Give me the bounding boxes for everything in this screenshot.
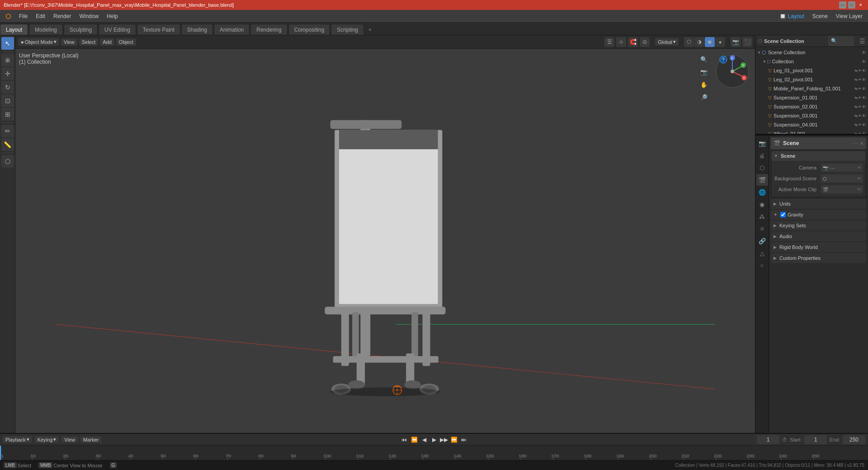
keying-sets-section[interactable]: ▶ Keying Sets	[771, 221, 866, 230]
menu-window[interactable]: Window	[75, 11, 102, 21]
tool-scale[interactable]: ⊡	[1, 94, 14, 107]
gravity-section[interactable]: ▼ Gravity	[771, 210, 866, 220]
zoom-in-button[interactable]: 🔍	[698, 53, 710, 65]
prop-output-tab[interactable]: 🖨	[756, 150, 768, 161]
camera-field[interactable]: 📷 --- ✏	[821, 164, 863, 172]
prop-world-tab[interactable]: 🌐	[756, 186, 768, 198]
audio-section[interactable]: ▶ Audio	[771, 231, 866, 241]
scene-props-close[interactable]: ✕	[860, 141, 863, 146]
shading-material[interactable]: ◉	[705, 37, 715, 47]
collection-eye[interactable]: 👁	[862, 59, 866, 64]
tool-move[interactable]: ✛	[1, 67, 14, 80]
tool-cursor[interactable]: ⊕	[1, 54, 14, 66]
tool-annotate[interactable]: ✏	[1, 125, 14, 137]
tool-transform[interactable]: ⊞	[1, 108, 14, 121]
render-region-icon[interactable]: ⬛	[742, 37, 752, 47]
play-button[interactable]: ▶	[429, 435, 439, 444]
playback-menu[interactable]: Playback ▾	[3, 436, 32, 443]
search-button[interactable]: 🔎	[698, 91, 710, 103]
jump-next-keyframe-button[interactable]: ⏩	[449, 435, 458, 444]
blender-logo[interactable]: ⬡	[2, 11, 14, 21]
outliner-item-leg01[interactable]: ▽ Leg_01_pivot.001 ⇆ ✦ 👁	[755, 66, 868, 75]
tool-rotate[interactable]: ↻	[1, 81, 14, 94]
prop-particles-tab[interactable]: ⁂	[756, 211, 768, 222]
outliner-search[interactable]: 🔍	[828, 36, 854, 46]
outliner-item-leg02[interactable]: ▽ Leg_02_pivot.001 ⇆ ✦ 👁	[755, 75, 868, 84]
layout-dropdown[interactable]: 🔲Layout	[776, 11, 808, 21]
minimize-button[interactable]: —	[839, 1, 846, 9]
tab-uv-editing[interactable]: UV Editing	[99, 24, 136, 35]
outliner-item-susp04[interactable]: ▽ Suspension_04.001 ⇆ ✦ 👁	[755, 120, 868, 129]
scene-props-options[interactable]: ⋯	[854, 141, 858, 146]
scene-collection-eye[interactable]: 👁	[862, 50, 866, 55]
prop-render-tab[interactable]: 📷	[756, 137, 768, 149]
shading-rendered[interactable]: ●	[715, 37, 725, 47]
prev-frame-button[interactable]: ◀	[420, 435, 429, 444]
viewport-overlays-icon[interactable]: ☰	[604, 37, 614, 47]
add-workspace-button[interactable]: +	[365, 25, 375, 35]
maximize-button[interactable]: □	[848, 1, 855, 9]
prop-physics-tab[interactable]: ⚛	[756, 223, 768, 235]
outliner-item-susp02[interactable]: ▽ Suspension_02.001 ⇆ ✦ 👁	[755, 102, 868, 111]
rigid-body-section[interactable]: ▶ Rigid Body World	[771, 242, 866, 252]
timeline-view-menu[interactable]: View	[61, 437, 78, 443]
end-frame-display[interactable]: 250	[843, 435, 865, 444]
prop-object-tab[interactable]: ◉	[756, 198, 768, 210]
scene-subsection-header[interactable]: ▼ Scene	[771, 151, 866, 161]
object-mode-dropdown[interactable]: ● Object Mode ▾	[18, 38, 59, 46]
menu-edit[interactable]: Edit	[32, 11, 49, 21]
outliner-scene-collection[interactable]: ▼ ⬡ Scene Collection 👁	[755, 48, 868, 57]
add-menu[interactable]: Add	[100, 38, 114, 46]
tab-texture-paint[interactable]: Texture Paint	[137, 24, 180, 35]
proportional-edit[interactable]: ⊙	[640, 37, 650, 47]
timeline-ruler[interactable]: 1 10 20 30 40 50 60 70 80 90 1	[0, 446, 868, 460]
next-frame-button[interactable]: ▶▶	[439, 435, 448, 444]
scene-camera-icon[interactable]: 📷	[731, 37, 741, 47]
prop-scene-tab[interactable]: 🎬	[756, 174, 768, 186]
start-frame-display[interactable]: 1	[804, 435, 827, 444]
global-local-dropdown[interactable]: Global ▾	[655, 38, 679, 46]
keying-menu[interactable]: Keying ▾	[35, 436, 59, 443]
view-layer-selector[interactable]: View Layer	[832, 11, 866, 21]
outliner-item-panel[interactable]: ▽ Mobile_Panel_Folding_01.001 ⇆ ✦ 👁	[755, 84, 868, 93]
tab-layout[interactable]: Layout	[0, 24, 28, 35]
outliner-filter-icon[interactable]: ☰	[859, 38, 865, 45]
tab-compositing[interactable]: Compositing	[288, 24, 330, 35]
jump-end-button[interactable]: ⏭	[459, 435, 468, 444]
prop-data-tab[interactable]: △	[756, 247, 768, 259]
3d-viewport[interactable]: User Perspective (Local) (1) Collection …	[15, 49, 755, 433]
custom-props-section[interactable]: ▶ Custom Properties	[771, 253, 866, 263]
tab-shading[interactable]: Shading	[181, 24, 213, 35]
tool-select-box[interactable]: ↖	[1, 37, 14, 50]
jump-start-button[interactable]: ⏮	[400, 435, 409, 444]
tool-measure[interactable]: 📏	[1, 138, 14, 151]
shading-solid[interactable]: ◑	[694, 37, 704, 47]
current-frame-display[interactable]: 1	[757, 435, 779, 444]
bg-scene-field[interactable]: ⬡ ✏	[821, 174, 863, 183]
prop-material-tab[interactable]: ○	[756, 259, 768, 271]
jump-prev-keyframe-button[interactable]: ⏪	[410, 435, 419, 444]
tab-modeling[interactable]: Modeling	[29, 24, 63, 35]
view-menu[interactable]: View	[61, 38, 77, 46]
gravity-checkbox[interactable]	[780, 212, 786, 217]
marker-menu[interactable]: Marker	[80, 437, 101, 443]
select-menu[interactable]: Select	[79, 38, 99, 46]
snap-toggle[interactable]: 🧲	[628, 37, 638, 47]
tab-sculpting[interactable]: Sculpting	[64, 24, 98, 35]
tool-add-cube[interactable]: ⬡	[1, 155, 14, 168]
pan-tool-button[interactable]: ✋	[698, 79, 710, 90]
menu-render[interactable]: Render	[50, 11, 75, 21]
units-section[interactable]: ▶ Units	[771, 199, 866, 209]
object-menu[interactable]: Object	[116, 38, 136, 46]
menu-file[interactable]: File	[15, 11, 31, 21]
outliner-item-susp03[interactable]: ▽ Suspension_03.001 ⇆ ✦ 👁	[755, 111, 868, 120]
outliner-collection[interactable]: ▼ □ Collection 👁	[755, 57, 868, 66]
outliner-item-susp01[interactable]: ▽ Suspension_01.001 ⇆ ✦ 👁	[755, 93, 868, 102]
camera-view-button[interactable]: 📷	[698, 66, 710, 78]
tab-rendering[interactable]: Rendering	[250, 24, 287, 35]
outliner-item-wheel01[interactable]: ▽ Wheel_01.001 ⇆ ✦ 👁	[755, 129, 868, 134]
gizmo-toggle[interactable]: ⊹	[616, 37, 626, 47]
close-button[interactable]: ✕	[857, 1, 864, 9]
prop-viewlayer-tab[interactable]: ⬡	[756, 162, 768, 174]
tab-scripting[interactable]: Scripting	[331, 24, 364, 35]
